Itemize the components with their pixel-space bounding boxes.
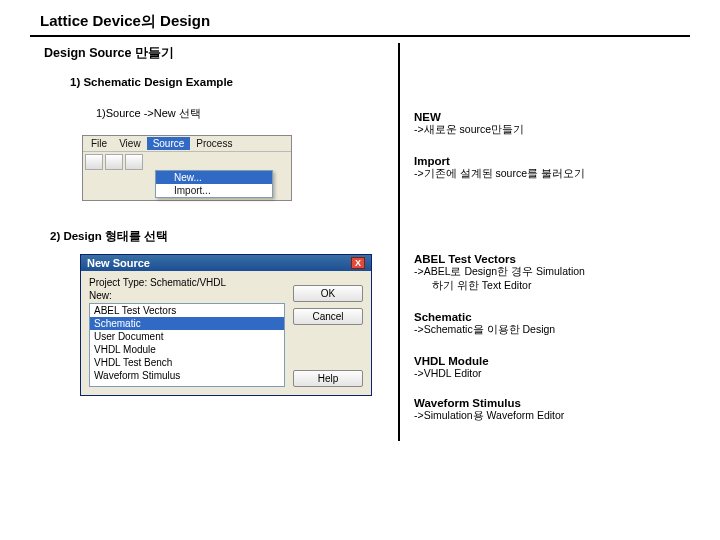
- new-source-dialog: New Source X Project Type: Schematic/VHD…: [80, 254, 372, 396]
- toolbar-icon[interactable]: [105, 154, 123, 170]
- toolbar-screenshot: File View Source Process New... Import..…: [82, 135, 292, 201]
- note-abel-desc-line2: 하기 위한 Text Editor: [432, 279, 690, 293]
- note-abel-desc: ->ABEL로 Design한 경우 Simulation 하기 위한 Text…: [414, 265, 690, 293]
- option-schematic[interactable]: Schematic: [90, 317, 284, 330]
- toolbar-icon[interactable]: [85, 154, 103, 170]
- option-vhdl-module[interactable]: VHDL Module: [90, 343, 284, 356]
- ok-button[interactable]: OK: [293, 285, 363, 302]
- note-import-desc: ->기존에 설계된 source를 불러오기: [414, 167, 690, 181]
- note-waveform-desc: ->Simulation용 Waveform Editor: [414, 409, 690, 423]
- note-abel: ABEL Test Vectors ->ABEL로 Design한 경우 Sim…: [414, 253, 690, 293]
- menu-source[interactable]: Source: [147, 137, 191, 150]
- option-abel[interactable]: ABEL Test Vectors: [90, 304, 284, 317]
- note-vhdl: VHDL Module ->VHDL Editor: [414, 355, 690, 379]
- cancel-button[interactable]: Cancel: [293, 308, 363, 325]
- dialog-titlebar: New Source X: [81, 255, 371, 271]
- note-import: Import ->기존에 설계된 source를 불러오기: [414, 155, 690, 181]
- close-icon[interactable]: X: [351, 257, 365, 269]
- page-title: Lattice Device의 Design: [40, 12, 210, 29]
- note-schematic-desc: ->Schematic을 이용한 Design: [414, 323, 690, 337]
- left-column: Design Source 만들기 1) Schematic Design Ex…: [30, 43, 400, 441]
- menubar: File View Source Process: [83, 136, 291, 152]
- note-schematic-heading: Schematic: [414, 311, 690, 323]
- note-vhdl-heading: VHDL Module: [414, 355, 690, 367]
- right-column: NEW ->새로운 source만들기 Import ->기존에 설계된 sou…: [400, 43, 690, 441]
- menu-process[interactable]: Process: [190, 137, 238, 150]
- heading-design-type: 2) Design 형태를 선택: [50, 229, 390, 244]
- option-vhdl-tb[interactable]: VHDL Test Bench: [90, 356, 284, 369]
- note-waveform: Waveform Stimulus ->Simulation용 Waveform…: [414, 397, 690, 423]
- dropdown-item-new[interactable]: New...: [156, 171, 272, 184]
- note-schematic: Schematic ->Schematic을 이용한 Design: [414, 311, 690, 337]
- source-dropdown: New... Import...: [155, 170, 273, 198]
- note-new: NEW ->새로운 source만들기: [414, 111, 690, 137]
- note-vhdl-desc: ->VHDL Editor: [414, 367, 690, 379]
- note-abel-desc-line1: ->ABEL로 Design한 경우 Simulation: [414, 265, 585, 277]
- menu-file[interactable]: File: [85, 137, 113, 150]
- help-button[interactable]: Help: [293, 370, 363, 387]
- heading-design-source: Design Source 만들기: [44, 45, 390, 62]
- page-title-bar: Lattice Device의 Design: [30, 10, 690, 37]
- type-listbox[interactable]: ABEL Test Vectors Schematic User Documen…: [89, 303, 285, 387]
- note-abel-heading: ABEL Test Vectors: [414, 253, 690, 265]
- option-waveform[interactable]: Waveform Stimulus: [90, 369, 284, 382]
- note-new-heading: NEW: [414, 111, 690, 123]
- note-new-desc: ->새로운 source만들기: [414, 123, 690, 137]
- new-label: New:: [89, 290, 285, 301]
- step-source-new: 1)Source ->New 선택: [96, 106, 390, 121]
- option-user-doc[interactable]: User Document: [90, 330, 284, 343]
- project-type-label: Project Type: Schematic/VHDL: [89, 277, 285, 288]
- menu-view[interactable]: View: [113, 137, 147, 150]
- dialog-title-text: New Source: [87, 257, 150, 269]
- heading-schematic-example: 1) Schematic Design Example: [70, 76, 390, 88]
- note-waveform-heading: Waveform Stimulus: [414, 397, 690, 409]
- toolbar-icon[interactable]: [125, 154, 143, 170]
- dropdown-item-import[interactable]: Import...: [156, 184, 272, 197]
- note-import-heading: Import: [414, 155, 690, 167]
- toolbar-icon-row: [83, 152, 291, 172]
- content-wrapper: Design Source 만들기 1) Schematic Design Ex…: [30, 43, 690, 441]
